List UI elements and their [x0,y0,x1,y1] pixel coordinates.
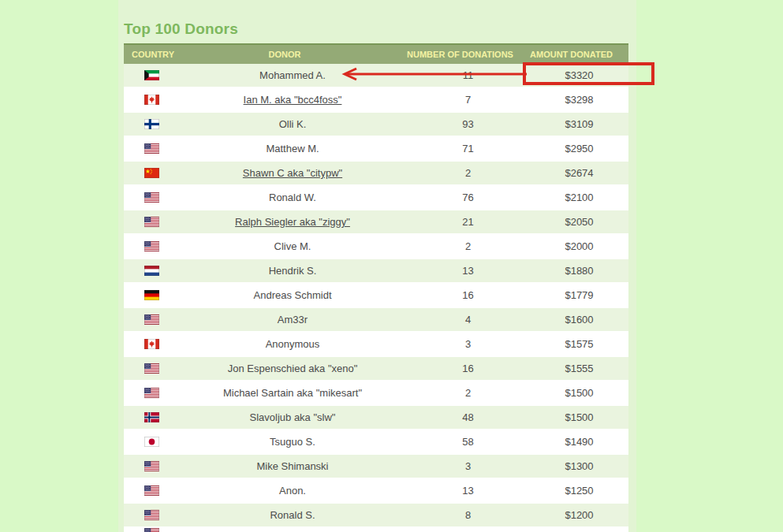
donor-cell: Tsuguo S. [179,430,406,453]
donor-name: Andreas Schmidt [254,289,332,301]
donor-link[interactable]: Shawn C aka "citypw" [243,167,342,179]
country-cell [124,88,179,111]
donor-link[interactable]: Ian M. aka "bcc4foss" [244,94,342,106]
table-row: Anon.13$1250 [124,479,628,504]
column-header-amount-donated: AMOUNT DONATED [522,50,621,59]
table-row: Ian M. aka "bcc4foss"7$3298 [124,88,628,113]
donor-cell: Anonymous [179,333,406,355]
table-row: Mike Shimanski3$1300 [124,455,628,479]
finland-flag-icon [144,119,159,129]
donor-link[interactable]: Ralph Siegler aka "ziggy" [235,216,350,228]
donations-count-cell: 13 [406,259,530,282]
country-cell [124,259,179,282]
country-cell [124,528,179,532]
united-states-flag-icon [144,143,159,154]
table-row: Clive M.2$2000 [124,235,628,259]
united-states-flag-icon [144,363,159,374]
table-row: Anonymous3$1575 [124,333,628,357]
donations-count-cell: 3 [406,455,530,478]
amount-donated-cell: $1575 [530,333,628,355]
donor-cell: Ronald S. [179,504,406,526]
table-header-row: COUNTRYDONORNUMBER OF DONATIONSAMOUNT DO… [124,43,628,64]
donor-cell: Slavoljub aka "slw" [179,406,406,429]
column-header-donor: DONOR [171,50,398,59]
donations-count-cell: 16 [406,357,530,380]
donor-name: Slavoljub aka "slw" [250,411,336,423]
country-cell [124,210,179,233]
donations-count-cell: 58 [406,430,530,453]
donor-cell: Mike Shimanski [179,455,406,478]
japan-flag-icon [144,437,159,447]
donations-count-cell: 16 [406,284,530,307]
country-cell [124,333,179,355]
donor-cell: Shawn C aka "citypw" [179,162,406,184]
country-cell [124,455,179,478]
united-states-flag-icon [144,510,159,520]
china-flag-icon [144,168,159,178]
amount-donated-cell: $2100 [530,186,628,209]
kuwait-flag-icon [144,70,159,80]
country-cell [124,308,179,331]
donations-count-cell: 13 [406,479,530,502]
donor-name: Clive M. [274,240,311,252]
table-row: Tsuguo S.58$1490 [124,430,628,455]
table-row: Shawn C aka "citypw"2$2674 [124,162,628,186]
country-cell [124,235,179,258]
country-cell [124,381,179,404]
donor-name: Hendrik S. [269,265,317,277]
donor-cell: Jon Espenschied aka "xeno" [179,357,406,380]
donor-cell: Ronald W. [179,186,406,209]
donations-count-cell: 7 [406,88,530,111]
canada-flag-icon [144,95,159,105]
donor-cell: Anon. [179,479,406,502]
country-cell [124,406,179,429]
amount-donated-cell: $1555 [530,357,628,380]
donor-name: Ronald W. [269,192,316,203]
amount-donated-cell: $2050 [530,210,628,233]
donor-cell: Ian M. aka "bcc4foss" [179,88,406,111]
table-row: Andreas Schmidt16$1779 [124,284,628,308]
country-cell [124,504,179,526]
donations-count-cell: 8 [406,504,530,526]
table-row: Olli K.93$3109 [124,113,628,137]
page-title: Top 100 Donors [118,0,636,38]
table-row: Hendrik S.13$1880 [124,259,628,284]
donations-count-cell: 21 [406,210,530,233]
table-row: Michael Sartain aka "mikesart"2$1500 [124,381,628,406]
donor-name: Jon Espenschied aka "xeno" [228,363,358,374]
donor-name: Olli K. [279,118,307,130]
united-states-flag-icon [144,485,159,496]
donor-name: Mohammed A. [259,69,326,81]
table-row: Ronald W.76$2100 [124,186,628,210]
country-cell [124,64,179,87]
donors-page: { "page": { "title": "Top 100 Donors" },… [0,0,783,532]
country-cell [124,430,179,453]
donor-name: Michael Sartain aka "mikesart" [223,387,362,399]
donations-count-cell: 4 [406,308,530,331]
country-cell [124,113,179,136]
annotation-arrow-icon [337,66,527,82]
germany-flag-icon [144,290,159,300]
united-states-flag-icon [144,528,159,532]
donations-count-cell: 48 [406,406,530,429]
donor-name: Ronald S. [270,509,315,521]
table-row: Matthew M.71$2950 [124,137,628,162]
column-header-number-of-donations: NUMBER OF DONATIONS [398,50,522,59]
amount-donated-cell: $1779 [530,284,628,307]
amount-donated-cell: $1500 [530,406,628,429]
amount-donated-cell: $1880 [530,259,628,282]
donor-cell: Hendrik S. [179,259,406,282]
donor-name: Mike Shimanski [256,460,328,472]
united-states-flag-icon [144,388,159,398]
amount-donated-cell: $2950 [530,137,628,160]
donor-cell: Ralph Siegler aka "ziggy" [179,210,406,233]
amount-donated-cell: $1250 [530,479,628,502]
donor-name: Matthew M. [266,143,319,154]
donor-cell: Michael Sartain aka "mikesart" [179,381,406,404]
united-states-flag-icon [144,217,159,227]
donations-count-cell: 2 [406,162,530,184]
donations-count-cell: 71 [406,137,530,160]
united-states-flag-icon [144,192,159,203]
amount-donated-cell: $3298 [530,88,628,111]
country-cell [124,137,179,160]
